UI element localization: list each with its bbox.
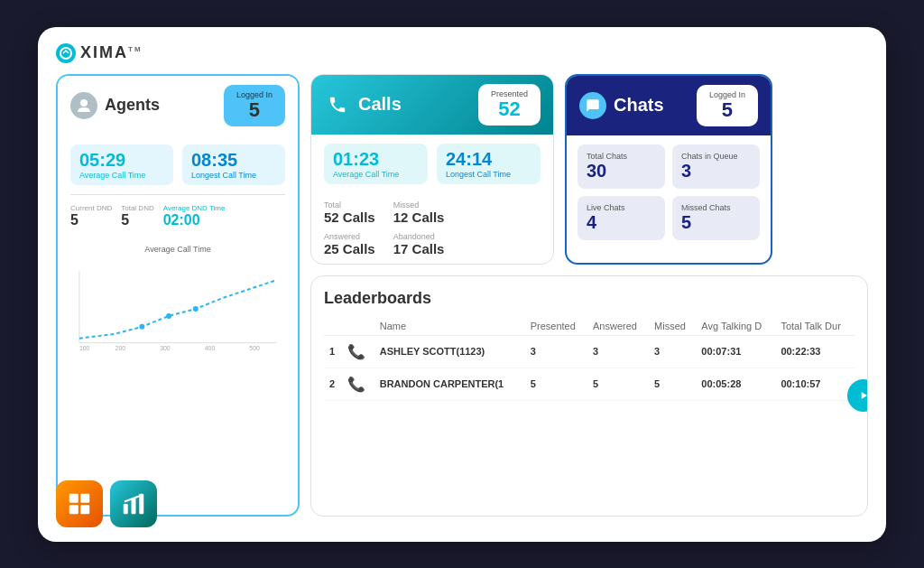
live-chats-value: 4 bbox=[587, 212, 656, 233]
dashboard-grid: Agents Logged In 5 05:29 Average Call Ti… bbox=[56, 74, 868, 517]
calls-detail-row-2: Answered 25 Calls Abandoned 17 Calls bbox=[324, 232, 541, 256]
missed-calls-value: 12 Calls bbox=[393, 210, 445, 225]
lb-total-talk: 00:10:57 bbox=[775, 368, 855, 400]
chats-stats-grid: Total Chats 30 Chats in Queue 3 Live Cha… bbox=[567, 135, 771, 249]
missed-chats-label: Missed Chats bbox=[681, 203, 751, 212]
agents-logged-in-badge: Logged In 5 bbox=[224, 85, 285, 126]
phone-icon: 📞 bbox=[347, 377, 365, 392]
lb-header-row: Name Presented Answered Missed Avg Talki… bbox=[324, 317, 855, 336]
calls-presented-badge: Presented 52 bbox=[478, 84, 541, 126]
lb-rank: 2 bbox=[324, 368, 342, 400]
calls-longest-value: 24:14 bbox=[446, 149, 531, 170]
main-container: XIMATM Agents Logged In 5 bbox=[38, 27, 886, 542]
svg-point-5 bbox=[166, 313, 171, 319]
logo-icon bbox=[56, 43, 76, 63]
lb-phone-icon: 📞 bbox=[342, 335, 374, 368]
abandoned-calls-value: 17 Calls bbox=[393, 241, 445, 256]
abandoned-calls-label: Abandoned bbox=[393, 232, 445, 241]
right-panels: Calls Presented 52 01:23 Average Call Ti… bbox=[310, 74, 868, 517]
lb-col-icon bbox=[342, 317, 374, 336]
svg-point-1 bbox=[80, 99, 88, 107]
avg-call-time-label: Average Call Time bbox=[79, 171, 164, 180]
svg-point-6 bbox=[193, 306, 199, 312]
phone-icon: 📞 bbox=[347, 344, 365, 359]
current-dnd-label: Current DND bbox=[70, 204, 112, 212]
svg-point-4 bbox=[139, 324, 144, 330]
svg-text:200: 200 bbox=[116, 344, 126, 350]
chats-logged-in-badge: Logged In 5 bbox=[697, 85, 758, 126]
svg-rect-12 bbox=[69, 493, 79, 502]
lb-avg-talking: 00:05:28 bbox=[696, 368, 775, 400]
chats-header-left: Chats bbox=[579, 92, 664, 119]
calls-longest-label: Longest Call Time bbox=[446, 170, 531, 179]
total-chats-label: Total Chats bbox=[587, 152, 656, 161]
calls-avg-time-box: 01:23 Average Call Time bbox=[324, 144, 428, 184]
svg-point-0 bbox=[60, 48, 71, 59]
longest-call-value: 08:35 bbox=[191, 150, 276, 171]
calls-header-left: Calls bbox=[324, 91, 402, 118]
svg-text:100: 100 bbox=[79, 344, 90, 350]
live-chats-box: Live Chats 4 bbox=[578, 196, 665, 240]
agents-title: Agents bbox=[105, 96, 160, 115]
avg-dnd-label: Average DND Time bbox=[163, 204, 226, 212]
leaderboard-title: Leaderboards bbox=[324, 289, 855, 308]
current-dnd-value: 5 bbox=[70, 212, 112, 228]
abandoned-calls-item: Abandoned 17 Calls bbox=[393, 232, 445, 256]
agents-call-stats: 05:29 Average Call Time 08:35 Longest Ca… bbox=[58, 135, 298, 194]
total-calls-label: Total bbox=[324, 200, 375, 210]
chats-title: Chats bbox=[614, 95, 664, 116]
current-dnd: Current DND 5 bbox=[70, 204, 112, 228]
total-chats-box: Total Chats 30 bbox=[578, 144, 665, 189]
calls-detail: Total 52 Calls Missed 12 Calls Answered bbox=[311, 193, 553, 264]
lb-col-presented: Presented bbox=[525, 317, 587, 336]
lb-col-total: Total Talk Dur bbox=[775, 317, 855, 336]
svg-rect-16 bbox=[124, 504, 128, 514]
lb-name: BRANDON CARPENTER(1 bbox=[374, 368, 525, 400]
avg-call-time-value: 05:29 bbox=[79, 150, 164, 171]
lb-phone-icon: 📞 bbox=[342, 368, 374, 400]
dnd-row: Current DND 5 Total DND 5 Average DND Ti… bbox=[58, 195, 298, 237]
right-top: Calls Presented 52 01:23 Average Call Ti… bbox=[310, 74, 868, 265]
missed-chats-box: Missed Chats 5 bbox=[672, 196, 760, 240]
svg-rect-13 bbox=[80, 493, 89, 502]
lb-col-missed: Missed bbox=[649, 317, 696, 336]
missed-chats-value: 5 bbox=[681, 212, 751, 233]
calls-header: Calls Presented 52 bbox=[311, 75, 553, 135]
lb-missed: 5 bbox=[649, 368, 696, 400]
svg-rect-14 bbox=[69, 505, 79, 514]
chats-in-queue-value: 3 bbox=[681, 161, 751, 182]
chats-in-queue-box: Chats in Queue 3 bbox=[672, 144, 760, 189]
calls-avg-time-value: 01:23 bbox=[333, 149, 419, 170]
lb-total-talk: 00:22:33 bbox=[775, 335, 855, 368]
lb-col-rank bbox=[324, 317, 342, 336]
chats-card: Chats Logged In 5 Total Chats 30 bbox=[565, 74, 772, 265]
lb-rank: 1 bbox=[324, 335, 342, 368]
table-row: 1 📞 ASHLEY SCOTT(1123) 3 3 3 00:07:31 00… bbox=[324, 335, 855, 368]
lb-answered: 5 bbox=[587, 368, 649, 400]
total-calls-value: 52 Calls bbox=[324, 210, 375, 225]
leaderboard-table: Name Presented Answered Missed Avg Talki… bbox=[324, 317, 855, 401]
avg-call-chart: 100 200 300 400 500 bbox=[70, 257, 285, 357]
answered-calls-item: Answered 25 Calls bbox=[324, 232, 375, 256]
calls-card: Calls Presented 52 01:23 Average Call Ti… bbox=[310, 74, 554, 265]
longest-call-box: 08:35 Longest Call Time bbox=[182, 144, 285, 185]
app-icon-2[interactable] bbox=[110, 480, 157, 527]
svg-text:400: 400 bbox=[205, 344, 216, 350]
app-icon-1[interactable] bbox=[56, 480, 103, 527]
svg-rect-15 bbox=[80, 505, 89, 514]
avg-dnd-value: 02:00 bbox=[163, 212, 226, 228]
agents-header: Agents Logged In 5 bbox=[58, 76, 298, 135]
total-dnd-value: 5 bbox=[121, 212, 153, 228]
logo-area: XIMATM bbox=[56, 43, 868, 63]
scroll-button[interactable] bbox=[847, 379, 868, 412]
chart-title: Average Call Time bbox=[70, 245, 285, 254]
answered-calls-value: 25 Calls bbox=[324, 241, 375, 256]
table-row: 2 📞 BRANDON CARPENTER(1 5 5 5 00:05:28 0… bbox=[324, 368, 855, 400]
calls-title: Calls bbox=[358, 94, 402, 115]
leaderboard-area: Leaderboards Name Presented Answered Mis… bbox=[310, 275, 868, 517]
total-dnd-label: Total DND bbox=[121, 204, 153, 212]
lb-avg-talking: 00:07:31 bbox=[696, 335, 775, 368]
total-chats-value: 30 bbox=[587, 161, 656, 182]
calls-longest-box: 24:14 Longest Call Time bbox=[437, 144, 541, 184]
bottom-icons bbox=[56, 480, 157, 527]
